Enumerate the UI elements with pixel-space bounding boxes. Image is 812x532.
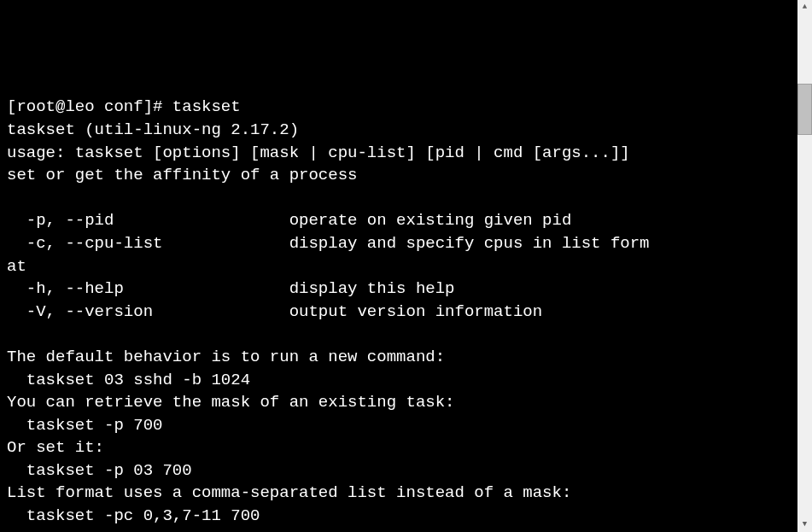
example-list-header: List format uses a comma-separated list … (7, 483, 571, 502)
output-version: taskset (util-linux-ng 2.17.2) (7, 120, 299, 139)
example-default-command: taskset 03 sshd -b 1024 (7, 371, 250, 389)
example-retrieve-command: taskset -p 700 (7, 416, 162, 435)
output-usage: usage: taskset [options] [mask | cpu-lis… (7, 143, 630, 162)
scrollbar-thumb[interactable] (797, 84, 812, 135)
option-cpulist-line2: at (7, 257, 26, 276)
output-description: set or get the affinity of a process (7, 166, 357, 184)
scroll-up-arrow-icon[interactable]: ▲ (797, 0, 812, 15)
example-set-header: Or set it: (7, 438, 104, 457)
example-default-header: The default behavior is to run a new com… (7, 348, 445, 366)
terminal-output[interactable]: [root@leo conf]# taskset taskset (util-l… (7, 96, 805, 532)
vertical-scrollbar[interactable]: ▲ ▼ (797, 0, 812, 532)
shell-prompt: [root@leo conf]# (7, 97, 172, 116)
example-list-command: taskset -pc 0,3,7-11 700 (7, 506, 260, 525)
option-cpulist-line1: -c, --cpu-list display and specify cpus … (7, 234, 650, 253)
example-retrieve-header: You can retrieve the mask of an existing… (7, 393, 455, 412)
example-range-header: Ranges in list format can take a stride … (7, 529, 484, 532)
option-help: -h, --help display this help (7, 279, 455, 298)
scroll-down-arrow-icon[interactable]: ▼ (797, 517, 812, 532)
typed-command: taskset (172, 97, 241, 116)
example-set-command: taskset -p 03 700 (7, 461, 192, 480)
option-version: -V, --version output version information (7, 302, 542, 321)
option-pid: -p, --pid operate on existing given pid (7, 211, 571, 230)
